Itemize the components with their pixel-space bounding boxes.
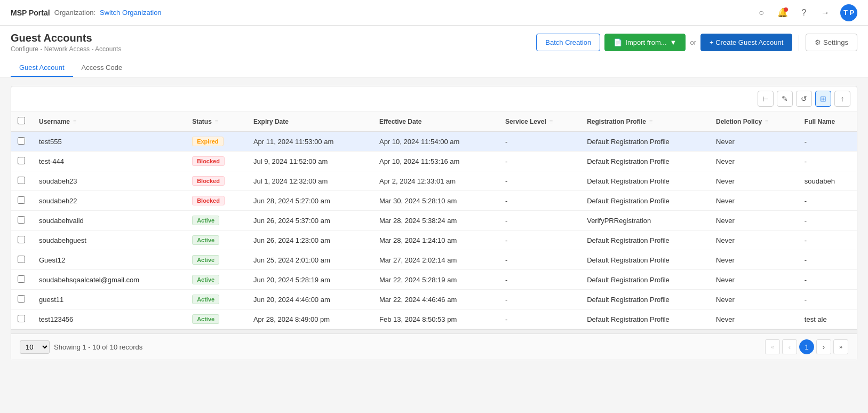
- row-deletion-policy: Never: [710, 191, 798, 211]
- row-checkbox-cell: [11, 211, 33, 231]
- guest-accounts-table: Username ≡ Status ≡ Expi: [11, 112, 857, 329]
- row-effective-date: Mar 22, 2024 4:46:46 am: [373, 290, 499, 309]
- row-username: soudabehguest: [33, 231, 186, 250]
- row-username: soudabeh23: [33, 171, 186, 191]
- table-row: soudabehguest Active Jun 26, 2024 1:23:0…: [11, 231, 857, 250]
- registration-profile-filter-icon[interactable]: ≡: [649, 118, 652, 125]
- row-checkbox-7[interactable]: [18, 275, 25, 283]
- registration-profile-header-label: Registration Profile: [587, 118, 646, 125]
- row-full-name: -: [798, 211, 857, 231]
- row-checkbox-2[interactable]: [18, 177, 25, 184]
- search-icon[interactable]: ○: [755, 6, 768, 19]
- prev-page-button[interactable]: ‹: [782, 339, 797, 354]
- row-expiry-date: Jun 20, 2024 5:28:19 am: [247, 270, 373, 290]
- page-header: Guest Accounts Configure - Network Acces…: [0, 26, 868, 77]
- row-checkbox-9[interactable]: [18, 315, 25, 322]
- row-status: Active: [186, 290, 247, 309]
- row-full-name: soudabeh: [798, 171, 857, 191]
- batch-creation-button[interactable]: Batch Creation: [536, 34, 600, 51]
- edit-button[interactable]: ✎: [777, 91, 793, 107]
- expiry-date-header-label: Expiry Date: [253, 118, 289, 125]
- notification-icon[interactable]: 🔔: [776, 6, 789, 19]
- first-page-button[interactable]: «: [765, 339, 780, 354]
- table-scroll[interactable]: Username ≡ Status ≡ Expi: [11, 112, 857, 329]
- row-service-level: -: [499, 171, 580, 191]
- row-deletion-policy: Never: [710, 290, 798, 309]
- org-label: Organization:: [54, 9, 95, 17]
- footer-left: 10 25 50 100 Showing 1 - 10 of 10 record…: [20, 340, 142, 354]
- create-guest-account-button[interactable]: + Create Guest Account: [700, 34, 792, 51]
- header-deletion-policy: Deletion Policy ≡: [710, 112, 798, 132]
- next-page-button[interactable]: ›: [816, 339, 831, 354]
- row-checkbox-6[interactable]: [18, 256, 25, 263]
- row-effective-date: Apr 2, 2024 12:33:01 am: [373, 171, 499, 191]
- row-deletion-policy: Never: [710, 171, 798, 191]
- row-status: Active: [186, 309, 247, 329]
- row-deletion-policy: Never: [710, 152, 798, 171]
- row-full-name: -: [798, 231, 857, 250]
- horizontal-scrollbar[interactable]: [11, 329, 857, 333]
- user-avatar[interactable]: T P: [840, 4, 857, 21]
- breadcrumb-network-access: Network Access: [44, 45, 90, 53]
- table-row: Guest12 Active Jun 25, 2024 2:01:00 am M…: [11, 250, 857, 270]
- row-registration-profile: Default Registration Profile: [580, 250, 710, 270]
- collapse-columns-button[interactable]: ⊢: [758, 91, 774, 107]
- settings-button[interactable]: ⚙ Settings: [806, 34, 857, 51]
- select-all-checkbox[interactable]: [18, 117, 25, 124]
- status-badge: Expired: [192, 137, 223, 146]
- row-service-level: -: [499, 231, 580, 250]
- row-expiry-date: Jul 1, 2024 12:32:00 am: [247, 171, 373, 191]
- breadcrumb-sep1: -: [40, 45, 44, 53]
- page-1-button[interactable]: 1: [799, 339, 814, 354]
- breadcrumb: Configure - Network Access - Accounts: [11, 45, 121, 53]
- top-navigation: MSP Portal Organization: Switch Organiza…: [0, 0, 868, 26]
- import-icon: 📄: [614, 38, 622, 46]
- table-row: soudabehvalid Active Jun 26, 2024 5:37:0…: [11, 211, 857, 231]
- row-deletion-policy: Never: [710, 270, 798, 290]
- status-filter-icon[interactable]: ≡: [215, 118, 218, 125]
- export-button[interactable]: ↑: [834, 91, 850, 107]
- service-level-filter-icon[interactable]: ≡: [550, 118, 553, 125]
- status-badge: Active: [192, 295, 219, 304]
- row-username: test555: [33, 132, 186, 152]
- deletion-policy-filter-icon[interactable]: ≡: [765, 118, 768, 125]
- header-effective-date: Effective Date: [373, 112, 499, 132]
- row-effective-date: Mar 28, 2024 5:38:24 am: [373, 211, 499, 231]
- tab-guest-account[interactable]: Guest Account: [11, 59, 73, 77]
- row-checkbox-8[interactable]: [18, 295, 25, 303]
- username-filter-icon[interactable]: ≡: [73, 118, 76, 125]
- table-row: soudabeh23 Blocked Jul 1, 2024 12:32:00 …: [11, 171, 857, 191]
- table-container: ⊢ ✎ ↺ ⊞ ↑ Username ≡: [11, 86, 857, 360]
- forward-icon[interactable]: →: [819, 6, 832, 19]
- row-service-level: -: [499, 250, 580, 270]
- refresh-button[interactable]: ↺: [796, 91, 812, 107]
- row-checkbox-1[interactable]: [18, 157, 25, 164]
- page-size-select[interactable]: 10 25 50 100: [20, 340, 50, 354]
- row-full-name: -: [798, 250, 857, 270]
- tab-access-code[interactable]: Access Code: [73, 59, 131, 77]
- last-page-button[interactable]: »: [833, 339, 848, 354]
- row-checkbox-0[interactable]: [18, 137, 25, 145]
- table-row: soudabeh22 Blocked Jun 28, 2024 5:27:00 …: [11, 191, 857, 211]
- row-expiry-date: Jun 28, 2024 5:27:00 am: [247, 191, 373, 211]
- app-name: MSP Portal: [11, 9, 50, 17]
- row-username: Guest12: [33, 250, 186, 270]
- row-full-name: test ale: [798, 309, 857, 329]
- username-header-label: Username: [39, 118, 70, 125]
- table-view-button[interactable]: ⊞: [815, 91, 831, 107]
- full-name-header-label: Full Name: [805, 118, 835, 125]
- row-deletion-policy: Never: [710, 132, 798, 152]
- row-status: Blocked: [186, 171, 247, 191]
- table-row: test555 Expired Apr 11, 2024 11:53:00 am…: [11, 132, 857, 152]
- row-full-name: -: [798, 132, 857, 152]
- row-expiry-date: Jun 26, 2024 5:37:00 am: [247, 211, 373, 231]
- row-checkbox-5[interactable]: [18, 236, 25, 243]
- import-from-button[interactable]: 📄 Import from... ▼: [604, 34, 686, 51]
- switch-organization-link[interactable]: Switch Organization: [100, 9, 162, 17]
- help-icon[interactable]: ?: [798, 6, 810, 19]
- row-full-name: -: [798, 270, 857, 290]
- breadcrumb-configure: Configure: [11, 45, 38, 53]
- row-registration-profile: VerifyPRRegistration: [580, 211, 710, 231]
- row-checkbox-3[interactable]: [18, 196, 25, 204]
- row-checkbox-4[interactable]: [18, 216, 25, 224]
